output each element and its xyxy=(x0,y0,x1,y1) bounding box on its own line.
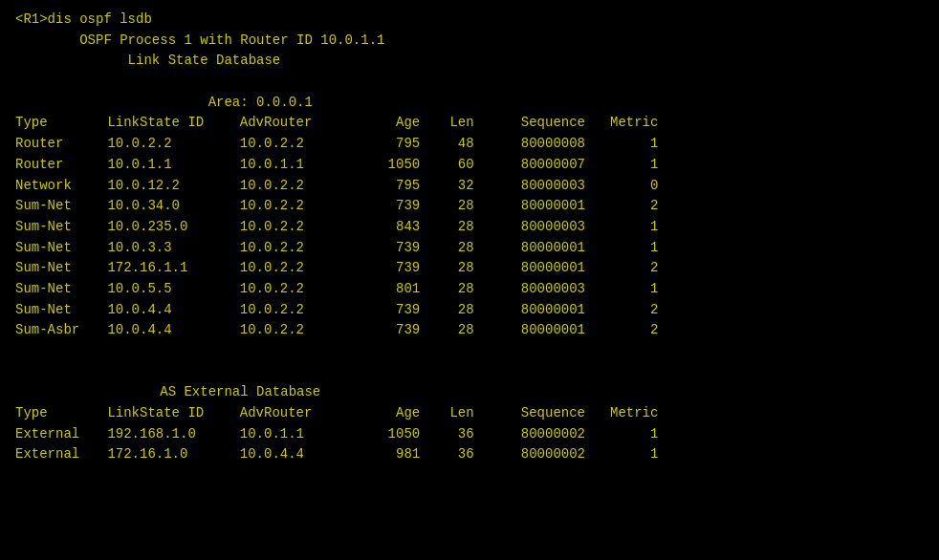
cell-type: Router xyxy=(15,134,99,155)
table-row: Sum-Net 172.16.1.1 10.0.2.2 739 28 80000… xyxy=(15,258,924,279)
cell-age: 739 xyxy=(362,320,420,341)
table-row: Router 10.0.2.2 10.0.2.2 795 48 80000008… xyxy=(15,134,924,155)
cell-metric: 2 xyxy=(601,196,658,217)
cell-age: 739 xyxy=(362,258,420,279)
cell-metric: 2 xyxy=(601,258,658,279)
cell-age: 1050 xyxy=(362,424,420,445)
table-row: Sum-Asbr 10.0.4.4 10.0.2.2 739 28 800000… xyxy=(15,320,924,341)
cell-type: Sum-Net xyxy=(15,300,99,321)
col-seq-header: Sequence xyxy=(490,113,585,134)
cell-type: Sum-Net xyxy=(15,258,99,279)
col-type-header: Type xyxy=(15,113,99,134)
cell-metric: 1 xyxy=(601,279,658,300)
cell-adv: 10.0.1.1 xyxy=(240,155,355,176)
table-row: Sum-Net 10.0.4.4 10.0.2.2 739 28 8000000… xyxy=(15,300,924,321)
col-adv-header-ext: AdvRouter xyxy=(240,403,355,424)
cell-ls: 10.0.4.4 xyxy=(107,300,231,321)
col-age-header: Age xyxy=(362,113,420,134)
header-lsdb: Link State Database xyxy=(15,51,924,72)
cell-seq: 80000001 xyxy=(490,300,585,321)
cell-age: 739 xyxy=(362,196,420,217)
cell-adv: 10.0.1.1 xyxy=(240,424,355,445)
cell-age: 843 xyxy=(362,217,420,238)
external-rows-container: External 192.168.1.0 10.0.1.1 1050 36 80… xyxy=(15,424,924,465)
cell-metric: 1 xyxy=(601,424,658,445)
cell-len: 28 xyxy=(428,196,474,217)
cell-metric: 1 xyxy=(601,238,658,259)
cell-type: External xyxy=(15,444,99,465)
cell-seq: 80000002 xyxy=(490,444,585,465)
column-headers-external: Type LinkState ID AdvRouter Age Len Sequ… xyxy=(15,403,924,424)
cell-ls: 10.0.1.1 xyxy=(107,155,231,176)
terminal-window: <R1>dis ospf lsdb OSPF Process 1 with Ro… xyxy=(15,10,924,465)
cell-adv: 10.0.2.2 xyxy=(240,196,355,217)
header-ospf: OSPF Process 1 with Router ID 10.0.1.1 xyxy=(15,31,924,52)
cell-age: 981 xyxy=(362,444,420,465)
cell-ls: 172.16.1.1 xyxy=(107,258,231,279)
cell-type: Sum-Net xyxy=(15,196,99,217)
prompt-line: <R1>dis ospf lsdb xyxy=(15,10,924,31)
col-adv-header: AdvRouter xyxy=(240,113,355,134)
cell-len: 60 xyxy=(428,155,474,176)
col-age-header-ext: Age xyxy=(362,403,420,424)
cell-len: 28 xyxy=(428,217,474,238)
cell-len: 48 xyxy=(428,134,474,155)
col-metric-header-ext: Metric xyxy=(601,403,658,424)
cell-type: Sum-Net xyxy=(15,238,99,259)
cell-len: 28 xyxy=(428,258,474,279)
table-row: External 172.16.1.0 10.0.4.4 981 36 8000… xyxy=(15,444,924,465)
cell-len: 32 xyxy=(428,176,474,197)
cell-len: 28 xyxy=(428,300,474,321)
table-row: Network 10.0.12.2 10.0.2.2 795 32 800000… xyxy=(15,176,924,197)
cell-len: 28 xyxy=(428,320,474,341)
cell-age: 795 xyxy=(362,176,420,197)
cell-type: Router xyxy=(15,155,99,176)
cell-adv: 10.0.2.2 xyxy=(240,258,355,279)
cell-adv: 10.0.2.2 xyxy=(240,300,355,321)
table-row: External 192.168.1.0 10.0.1.1 1050 36 80… xyxy=(15,424,924,445)
table-row: Sum-Net 10.0.5.5 10.0.2.2 801 28 8000000… xyxy=(15,279,924,300)
cell-ls: 192.168.1.0 xyxy=(107,424,231,445)
cell-seq: 80000008 xyxy=(490,134,585,155)
cell-seq: 80000007 xyxy=(490,155,585,176)
cell-ls: 10.0.12.2 xyxy=(107,176,231,197)
cell-age: 1050 xyxy=(362,155,420,176)
column-headers-area: Type LinkState ID AdvRouter Age Len Sequ… xyxy=(15,113,924,134)
cell-metric: 1 xyxy=(601,444,658,465)
cell-adv: 10.0.2.2 xyxy=(240,217,355,238)
cell-seq: 80000001 xyxy=(490,258,585,279)
cell-adv: 10.0.2.2 xyxy=(240,238,355,259)
cell-metric: 2 xyxy=(601,300,658,321)
col-len-header-ext: Len xyxy=(428,403,474,424)
cell-len: 36 xyxy=(428,424,474,445)
cell-adv: 10.0.2.2 xyxy=(240,279,355,300)
cell-type: Sum-Net xyxy=(15,279,99,300)
col-len-header: Len xyxy=(428,113,474,134)
col-ls-header: LinkState ID xyxy=(107,113,231,134)
col-metric-header: Metric xyxy=(601,113,658,134)
table-row: Sum-Net 10.0.34.0 10.0.2.2 739 28 800000… xyxy=(15,196,924,217)
cell-len: 28 xyxy=(428,238,474,259)
cell-seq: 80000001 xyxy=(490,238,585,259)
cell-adv: 10.0.2.2 xyxy=(240,134,355,155)
cell-adv: 10.0.2.2 xyxy=(240,320,355,341)
cell-ls: 10.0.4.4 xyxy=(107,320,231,341)
cell-ls: 172.16.1.0 xyxy=(107,444,231,465)
table-row: Sum-Net 10.0.3.3 10.0.2.2 739 28 8000000… xyxy=(15,238,924,259)
cell-seq: 80000002 xyxy=(490,424,585,445)
cell-adv: 10.0.4.4 xyxy=(240,444,355,465)
area-header: Area: 0.0.0.1 xyxy=(15,93,924,114)
cell-age: 739 xyxy=(362,300,420,321)
table-row: Router 10.0.1.1 10.0.1.1 1050 60 8000000… xyxy=(15,155,924,176)
col-seq-header-ext: Sequence xyxy=(490,403,585,424)
cell-type: Sum-Asbr xyxy=(15,320,99,341)
cell-metric: 0 xyxy=(601,176,658,197)
cell-seq: 80000003 xyxy=(490,279,585,300)
cell-ls: 10.0.5.5 xyxy=(107,279,231,300)
cell-metric: 1 xyxy=(601,217,658,238)
cell-ls: 10.0.2.2 xyxy=(107,134,231,155)
area-rows-container: Router 10.0.2.2 10.0.2.2 795 48 80000008… xyxy=(15,134,924,341)
cell-type: External xyxy=(15,424,99,445)
cell-seq: 80000003 xyxy=(490,176,585,197)
cell-metric: 1 xyxy=(601,155,658,176)
